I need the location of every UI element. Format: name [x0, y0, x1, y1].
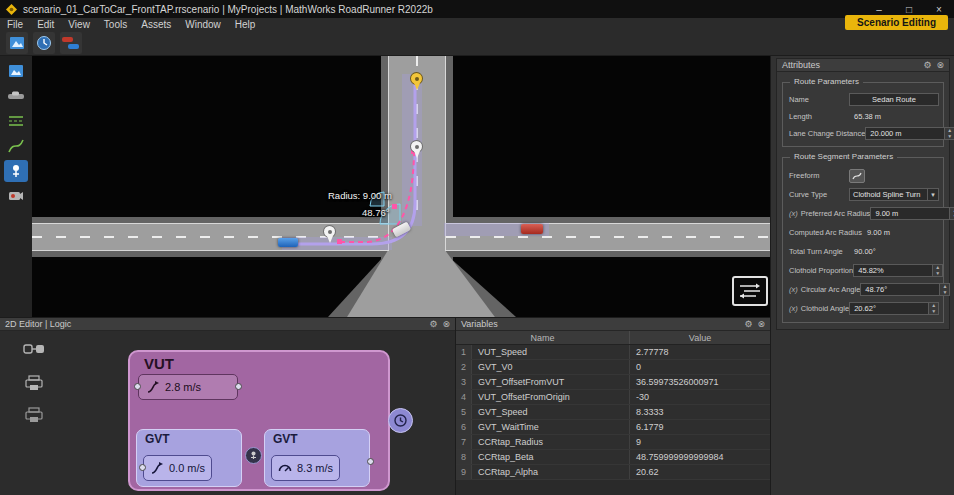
- variable-value[interactable]: 0: [630, 360, 770, 374]
- mode-badge-scenario-editing[interactable]: Scenario Editing: [845, 15, 948, 30]
- waypoint-pin-mid[interactable]: [410, 140, 424, 159]
- spin-down-icon[interactable]: ▼: [940, 290, 949, 296]
- curve-type-dropdown[interactable]: Clothoid Spline Turn ▾: [849, 188, 939, 201]
- vut-node[interactable]: VUT 2.8 m/s GVT 0.0 m/s: [128, 350, 390, 491]
- preview-pane-button[interactable]: [4, 60, 28, 82]
- spin-down-icon[interactable]: ▼: [945, 134, 954, 140]
- clothoid-proportion-spinner[interactable]: 45.82% ▲▼: [853, 264, 943, 277]
- route-segment-parameters-legend: Route Segment Parameters: [790, 152, 897, 161]
- output-port[interactable]: [235, 383, 242, 390]
- variable-row[interactable]: 6GVT_WaitTime6.1779: [456, 420, 770, 435]
- input-port[interactable]: [139, 464, 146, 471]
- gear-icon[interactable]: ⚙: [923, 59, 931, 72]
- variable-value[interactable]: 20.62: [630, 465, 770, 479]
- variable-value[interactable]: 8.3333: [630, 405, 770, 419]
- menu-file[interactable]: File: [0, 19, 30, 30]
- scenario-vehicles-button[interactable]: [60, 32, 82, 54]
- variable-value[interactable]: 36.59973526000971: [630, 375, 770, 389]
- preferred-arc-radius-label: Preferred Arc Radius: [801, 209, 871, 218]
- preferred-arc-radius-spinner[interactable]: 9.00 m ▲▼: [870, 207, 954, 220]
- clothoid-handle-start[interactable]: [337, 239, 342, 244]
- gvt-vehicle[interactable]: [521, 224, 543, 234]
- spinner-arrows[interactable]: ▲▼: [928, 303, 938, 314]
- actor-condition-icon: [249, 451, 258, 460]
- row-number: 7: [456, 435, 472, 449]
- waypoint-pin-end[interactable]: [410, 72, 424, 91]
- gear-icon[interactable]: ⚙: [744, 318, 752, 331]
- gvt-drive-speed-action[interactable]: 8.3 m/s: [271, 455, 340, 481]
- menu-help[interactable]: Help: [228, 19, 263, 30]
- lane-change-distance-spinner[interactable]: 20.000 m ▲▼: [865, 127, 954, 140]
- variable-row[interactable]: 9CCRtap_Alpha20.62: [456, 465, 770, 480]
- variable-value[interactable]: 2.77778: [630, 345, 770, 359]
- curve-tool-button[interactable]: [4, 135, 28, 157]
- output-port[interactable]: [367, 458, 374, 465]
- route-name-input[interactable]: Sedan Route: [849, 93, 939, 106]
- spin-down-icon[interactable]: ▼: [929, 309, 938, 315]
- variable-row[interactable]: 8CCRtap_Beta48.759999999999984: [456, 450, 770, 465]
- left-tool-strip: [0, 56, 32, 317]
- camera-tool-button[interactable]: [4, 185, 28, 207]
- variable-row[interactable]: 2GVT_V00: [456, 360, 770, 375]
- menu-tools[interactable]: Tools: [97, 19, 134, 30]
- variable-value[interactable]: 48.759999999999984: [630, 450, 770, 464]
- circular-arc-angle-spinner[interactable]: 48.76° ▲▼: [860, 283, 950, 296]
- variable-row[interactable]: 7CCRtap_Radius9: [456, 435, 770, 450]
- condition-node[interactable]: [245, 447, 262, 464]
- row-number: 6: [456, 420, 472, 434]
- menu-assets[interactable]: Assets: [134, 19, 178, 30]
- variable-row[interactable]: 1VUT_Speed2.77778: [456, 345, 770, 360]
- print-layout-button[interactable]: [22, 371, 46, 395]
- timing-tool-button[interactable]: [33, 32, 55, 54]
- variable-value[interactable]: 6.1779: [630, 420, 770, 434]
- variable-row[interactable]: 4VUT_OffsetFromOrigin-30: [456, 390, 770, 405]
- variables-panel: Variables ⚙ ⊗ Name Value 1VUT_Speed2.777…: [455, 317, 770, 495]
- close-panel-icon[interactable]: ⊗: [936, 59, 944, 72]
- gvt-drive-node[interactable]: GVT 8.3 m/s: [264, 429, 370, 487]
- export-snapshot-button[interactable]: [22, 403, 46, 427]
- vehicle-pair-icon: [61, 35, 81, 51]
- variable-value[interactable]: -30: [630, 390, 770, 404]
- variable-row[interactable]: 3GVT_OffsetFromVUT36.59973526000971: [456, 375, 770, 390]
- spinner-arrows[interactable]: ▲▼: [932, 265, 942, 276]
- variable-row[interactable]: 5GVT_Speed8.3333: [456, 405, 770, 420]
- gvt-wait-speed-action[interactable]: 0.0 m/s: [143, 455, 212, 481]
- variable-value[interactable]: 9: [630, 435, 770, 449]
- freeform-toggle-button[interactable]: [849, 169, 865, 183]
- spinner-arrows[interactable]: ▲▼: [944, 128, 954, 139]
- link-toggle-button[interactable]: [22, 337, 46, 361]
- lane-overlay-button[interactable]: [732, 276, 768, 306]
- scenario-edit-tool-button[interactable]: [4, 160, 28, 182]
- preview-tool-button[interactable]: [6, 32, 28, 54]
- spinner-arrows[interactable]: ▲▼: [949, 208, 954, 219]
- wait-time-node[interactable]: [388, 408, 413, 433]
- input-port[interactable]: [134, 383, 141, 390]
- waypoint-pin-start[interactable]: [323, 225, 337, 244]
- variable-name: GVT_OffsetFromVUT: [472, 375, 630, 389]
- close-panel-icon[interactable]: ⊗: [757, 318, 765, 331]
- fx-badge[interactable]: (x): [789, 209, 798, 218]
- fx-badge[interactable]: (x): [789, 304, 798, 313]
- vut-vehicle[interactable]: [278, 238, 298, 247]
- roadrunner-window: scenario_01_CarToCar_FrontTAP.rrscenario…: [0, 0, 954, 495]
- gvt-wait-node[interactable]: GVT 0.0 m/s: [136, 429, 242, 487]
- gear-icon[interactable]: ⚙: [429, 318, 437, 331]
- close-panel-icon[interactable]: ⊗: [442, 318, 450, 331]
- menu-edit[interactable]: Edit: [30, 19, 61, 30]
- vut-speed-action[interactable]: 2.8 m/s: [138, 374, 238, 400]
- logic-canvas[interactable]: VUT 2.8 m/s GVT 0.0 m/s: [0, 331, 455, 495]
- menu-window[interactable]: Window: [178, 19, 228, 30]
- spinner-arrows[interactable]: ▲▼: [939, 284, 949, 295]
- scene-viewport[interactable]: Radius: 9.00 m 48.76°: [32, 56, 770, 317]
- column-header-name: Name: [456, 331, 630, 344]
- spin-down-icon[interactable]: ▼: [933, 271, 942, 277]
- spin-down-icon[interactable]: ▼: [950, 214, 954, 220]
- row-number: 4: [456, 390, 472, 404]
- fx-badge[interactable]: (x): [789, 285, 798, 294]
- total-turn-angle-value: 90.00°: [849, 247, 876, 256]
- road-tool-button[interactable]: [4, 110, 28, 132]
- clothoid-angle-spinner[interactable]: 20.62° ▲▼: [849, 302, 939, 315]
- menu-view[interactable]: View: [61, 19, 97, 30]
- clothoid-handle-mid[interactable]: [392, 204, 397, 209]
- vehicle-asset-button[interactable]: [4, 85, 28, 107]
